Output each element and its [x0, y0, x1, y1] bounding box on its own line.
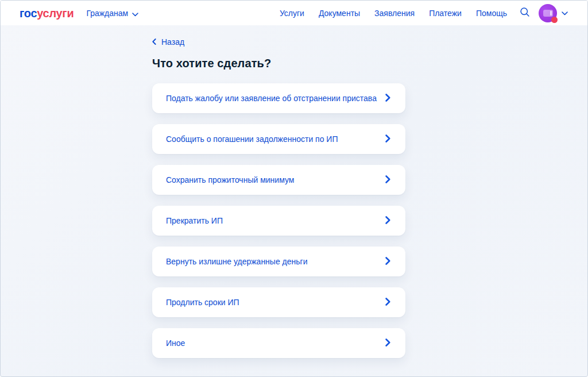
- back-link[interactable]: Назад: [152, 37, 184, 47]
- option-card-keep-living-wage[interactable]: Сохранить прожиточный минимум: [152, 165, 405, 195]
- options-list: Подать жалобу или заявление об отстранен…: [152, 83, 405, 358]
- nav-item-help[interactable]: Помощь: [476, 9, 507, 18]
- nav-item-payments[interactable]: Платежи: [429, 9, 462, 18]
- content-column: Назад Что хотите сделать? Подать жалобу …: [152, 37, 405, 358]
- avatar-emblem-icon: [543, 10, 553, 17]
- chevron-right-icon: [385, 175, 390, 185]
- audience-selector-label: Гражданам: [86, 9, 128, 18]
- header-left: госуслуги Гражданам: [20, 7, 138, 19]
- option-card-file-complaint[interactable]: Подать жалобу или заявление об отстранен…: [152, 83, 405, 113]
- chevron-down-icon: [132, 9, 138, 18]
- search-icon: [519, 6, 531, 20]
- option-card-label: Сохранить прожиточный минимум: [166, 175, 294, 184]
- nav-item-statements[interactable]: Заявления: [374, 9, 415, 18]
- page: госуслуги Гражданам Услуги Документы Зая…: [0, 0, 588, 377]
- nav-item-services[interactable]: Услуги: [280, 9, 304, 18]
- chevron-left-icon: [152, 37, 156, 47]
- header-right: Услуги Документы Заявления Платежи Помощ…: [280, 4, 568, 22]
- option-card-label: Вернуть излишне удержанные деньги: [166, 257, 307, 266]
- header: госуслуги Гражданам Услуги Документы Зая…: [1, 1, 587, 25]
- nav-item-documents[interactable]: Документы: [319, 9, 360, 18]
- chevron-right-icon: [385, 94, 390, 103]
- audience-selector[interactable]: Гражданам: [86, 8, 138, 18]
- option-card-label: Подать жалобу или заявление об отстранен…: [166, 94, 377, 103]
- option-card-label: Иное: [166, 338, 185, 348]
- option-card-label: Сообщить о погашении задолженности по ИП: [166, 134, 338, 144]
- chevron-right-icon: [385, 338, 390, 348]
- profile-menu-button[interactable]: [539, 4, 568, 22]
- chevron-right-icon: [385, 216, 390, 226]
- option-card-label: Продлить сроки ИП: [166, 298, 239, 307]
- avatar: [539, 4, 557, 22]
- chevron-right-icon: [385, 257, 390, 267]
- option-card-terminate-proceeding[interactable]: Прекратить ИП: [152, 206, 405, 236]
- primary-nav: Услуги Документы Заявления Платежи Помощ…: [280, 9, 507, 18]
- chevron-right-icon: [385, 298, 390, 307]
- notification-dot: [551, 17, 558, 23]
- logo[interactable]: госуслуги: [20, 7, 74, 19]
- main-content: Назад Что хотите сделать? Подать жалобу …: [1, 25, 587, 376]
- option-card-extend-deadlines[interactable]: Продлить сроки ИП: [152, 287, 405, 317]
- option-card-other[interactable]: Иное: [152, 328, 405, 358]
- option-card-refund-overcharged[interactable]: Вернуть излишне удержанные деньги: [152, 247, 405, 276]
- logo-part-uslugi: услуги: [37, 7, 74, 20]
- option-card-label: Прекратить ИП: [166, 216, 223, 225]
- search-button[interactable]: [519, 6, 531, 20]
- page-title: Что хотите сделать?: [152, 57, 405, 70]
- option-card-report-debt-repaid[interactable]: Сообщить о погашении задолженности по ИП: [152, 124, 405, 154]
- chevron-right-icon: [385, 134, 390, 144]
- logo-part-gos: гос: [20, 7, 37, 20]
- back-link-label: Назад: [161, 37, 184, 47]
- chevron-down-icon: [562, 9, 568, 17]
